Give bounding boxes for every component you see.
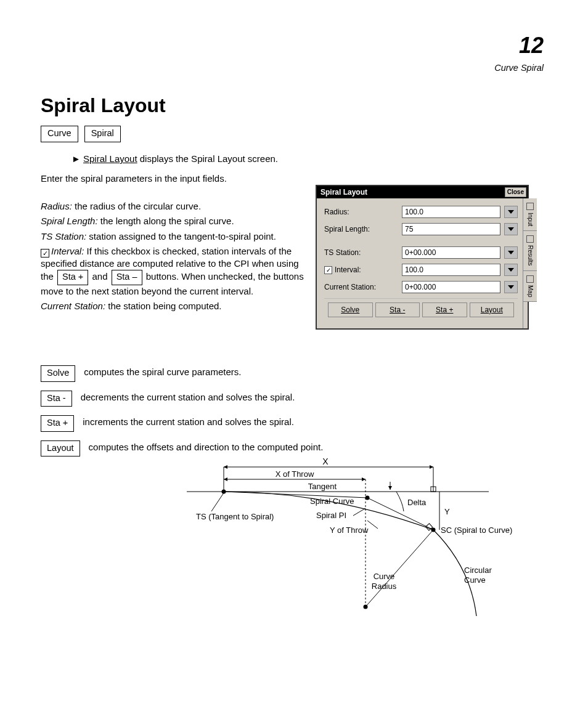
diagram-x-label: X: [322, 456, 329, 466]
close-button[interactable]: Close: [505, 187, 526, 197]
sta-plus-desc: increments the current station and solve…: [83, 415, 294, 428]
spiral-diagram: X X of Throw Tangent TS (Tangent to Spir…: [187, 456, 513, 628]
interval-dropdown[interactable]: [504, 264, 518, 276]
interval-label-wrap: ✓Interval:: [324, 265, 398, 275]
ts-station-desc-row: TS Station: station assigned to the tang…: [41, 230, 306, 243]
side-tab-input[interactable]: Input: [523, 198, 537, 231]
svg-line-14: [353, 508, 365, 516]
current-station-dropdown[interactable]: [504, 281, 518, 293]
spiral-length-dropdown[interactable]: [504, 223, 518, 235]
diagram-curve-radius-label: CurveRadius: [372, 572, 397, 591]
radius-dropdown[interactable]: [504, 206, 518, 218]
intro-rest: displays the Spiral Layout screen.: [137, 153, 278, 164]
svg-line-10: [224, 492, 367, 498]
current-station-input[interactable]: [402, 281, 500, 293]
diagram-y-throw-label: Y of Throw: [330, 525, 369, 535]
intro-paragraph: Enter the spiral parameters in the input…: [41, 172, 306, 185]
interval-desc-row: ✓Interval: If this checkbox is checked, …: [41, 245, 306, 298]
current-station-label: Current Station:: [324, 282, 398, 292]
diagram-tangent-label: Tangent: [308, 482, 337, 491]
diagram-x-throw-label: X of Throw: [276, 469, 314, 479]
diagram-sc-label: SC (Spiral to Curve): [441, 525, 512, 535]
breadcrumb: Curve Spiral: [494, 62, 544, 75]
section-number: 12: [519, 31, 544, 61]
radius-label: Radius:: [324, 207, 398, 217]
input-tab-icon: [526, 203, 534, 210]
interval-row: ✓Interval:: [324, 264, 518, 276]
svg-line-9: [211, 493, 224, 511]
radius-desc-row: Radius: the radius of the circular curve…: [41, 200, 306, 213]
side-tab-map[interactable]: Map: [523, 271, 537, 302]
dialog-form: Radius: Spiral Length: TS Station: ✓I: [317, 198, 523, 328]
page-title: Spiral Layout: [41, 92, 166, 119]
ts-station-input[interactable]: [402, 246, 500, 259]
layout-desc: computes the offsets and direction to th…: [89, 440, 324, 453]
solve-desc-row: Solve computes the spiral curve paramete…: [41, 365, 323, 382]
results-tab-icon: [526, 235, 534, 243]
sta-minus-button-ref: Sta -: [41, 391, 72, 407]
diagram-circ-curve-label: CircularCurve: [464, 566, 492, 585]
intro-line: ► Spiral Layout displays the Spiral Layo…: [71, 153, 278, 165]
layout-button-ref: Layout: [41, 440, 80, 457]
sta-minus-desc: decrements the current station and solve…: [81, 391, 295, 404]
current-station-row: Current Station:: [324, 281, 518, 293]
side-tab-results[interactable]: Results: [523, 231, 537, 270]
layout-desc-row: Layout computes the offsets and directio…: [41, 440, 323, 457]
map-tab-icon: [526, 275, 534, 283]
interval-input[interactable]: [402, 264, 500, 276]
diagram-ts-label: TS (Tangent to Spiral): [196, 512, 274, 521]
current-station-desc-row: Current Station: the station being compu…: [41, 300, 306, 312]
spiral-length-desc-row: Spiral Length: the length along the spir…: [41, 215, 306, 227]
page: 12 Curve Spiral Spiral Layout Curve Spir…: [0, 0, 588, 706]
spiral-layout-dialog: Spiral Layout Close Radius: Spiral Lengt…: [316, 185, 529, 330]
sta-minus-desc-row: Sta - decrements the current station and…: [41, 391, 323, 407]
solve-button-ref: Solve: [41, 365, 75, 382]
radius-input[interactable]: [402, 206, 500, 218]
dialog-title-text: Spiral Layout: [321, 187, 367, 197]
spiral-length-input[interactable]: [402, 223, 500, 235]
diagram-y-label: Y: [444, 507, 450, 516]
dialog-side-tabs: Input Results Map: [523, 198, 537, 328]
diagram-delta-label: Delta: [407, 498, 427, 507]
svg-line-17: [365, 530, 433, 607]
intro-link[interactable]: Spiral Layout: [83, 153, 137, 164]
diagram-spiral-pi-label: Spiral PI: [316, 511, 346, 520]
inline-sta-plus: Sta +: [57, 270, 88, 285]
sta-plus-button-ref: Sta +: [41, 415, 74, 432]
dialog-button-row: Solve Sta - Sta + Layout: [324, 298, 518, 322]
svg-point-18: [364, 605, 368, 609]
spiral-length-row: Spiral Length:: [324, 223, 518, 235]
ts-station-dropdown[interactable]: [504, 246, 518, 259]
inline-sta-minus: Sta –: [112, 270, 142, 285]
ts-station-label: TS Station:: [324, 248, 398, 258]
button-descriptions: Solve computes the spiral curve paramete…: [41, 365, 323, 465]
dialog-body: Radius: Spiral Length: TS Station: ✓I: [317, 198, 528, 328]
spiral-length-label: Spiral Length:: [324, 224, 398, 234]
diagram-spiral-curve-label: Spiral Curve: [310, 497, 354, 506]
svg-line-15: [367, 521, 378, 529]
field-descriptions: Radius: the radius of the circular curve…: [41, 200, 306, 315]
radius-row: Radius:: [324, 206, 518, 218]
solve-desc: computes the spiral curve parameters.: [84, 365, 241, 378]
interval-checkbox[interactable]: ✓: [324, 266, 332, 274]
dlg-sta-plus-button[interactable]: Sta +: [422, 302, 467, 317]
nav-curve-button[interactable]: Curve: [41, 126, 78, 142]
nav-spiral-button[interactable]: Spiral: [84, 126, 121, 142]
interval-check-icon: ✓: [41, 249, 49, 258]
dialog-titlebar: Spiral Layout Close: [317, 186, 528, 198]
dlg-solve-button[interactable]: Solve: [328, 302, 373, 317]
arrow-icon: ►: [71, 153, 83, 164]
ts-station-row: TS Station:: [324, 246, 518, 259]
sta-plus-desc-row: Sta + increments the current station and…: [41, 415, 323, 432]
interval-label: Interval:: [335, 266, 361, 274]
dlg-sta-minus-button[interactable]: Sta -: [375, 302, 420, 317]
dlg-layout-button[interactable]: Layout: [470, 302, 515, 317]
nav-row: Curve Spiral: [41, 126, 121, 142]
